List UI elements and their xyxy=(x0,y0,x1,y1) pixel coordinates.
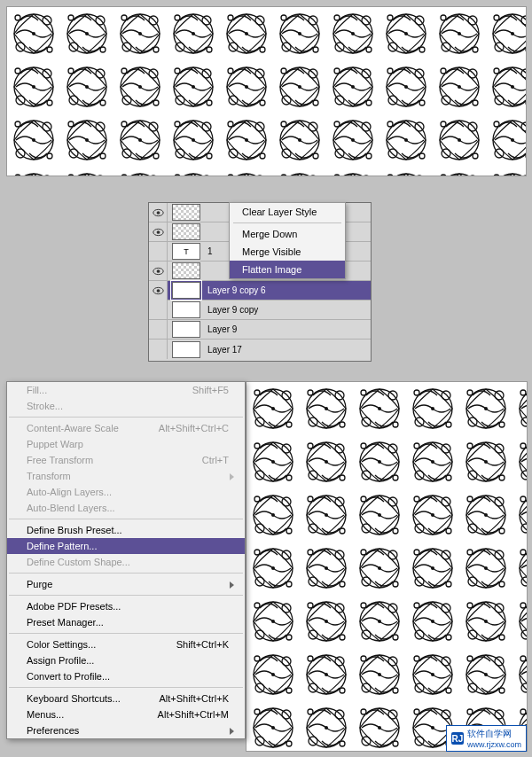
watermark-url: www.rjzxw.com xyxy=(467,740,521,749)
menu-adobe-pdf-presets[interactable]: Adobe PDF Presets... xyxy=(7,598,245,614)
visibility-eye-icon[interactable] xyxy=(149,300,168,320)
menu-color-settings[interactable]: Color Settings...Shift+Ctrl+K xyxy=(7,636,245,652)
svg-point-13 xyxy=(156,269,160,273)
layer-thumbnail xyxy=(172,223,200,240)
layer-thumbnail xyxy=(172,262,200,279)
svg-point-11 xyxy=(156,230,160,234)
menu-separator xyxy=(9,595,243,596)
layer-name: Layer 9 xyxy=(207,324,237,334)
layer-thumbnail: T xyxy=(172,243,200,260)
menu-transform[interactable]: Transform xyxy=(7,468,245,484)
menu-free-transform[interactable]: Free TransformCtrl+T xyxy=(7,452,245,468)
menu-define-brush-preset[interactable]: Define Brush Preset... xyxy=(7,522,245,538)
layer-name: Layer 9 copy xyxy=(207,305,258,315)
menu-flatten-image[interactable]: Flatten Image xyxy=(230,261,345,278)
watermark: RJ 软件自学网 www.rjzxw.com xyxy=(446,725,527,752)
menu-define-pattern[interactable]: Define Pattern... xyxy=(7,538,245,554)
menu-content-aware-scale[interactable]: Content-Aware ScaleAlt+Shift+Ctrl+C xyxy=(7,420,245,436)
layer-context-menu: Clear Layer Style Merge Down Merge Visib… xyxy=(229,202,346,279)
menu-auto-blend-layers[interactable]: Auto-Blend Layers... xyxy=(7,500,245,516)
layer-row-selected[interactable]: Layer 9 copy 6 xyxy=(149,281,371,300)
watermark-text: 软件自学网 xyxy=(467,728,521,740)
pattern-preview-top xyxy=(6,6,527,176)
menu-separator xyxy=(233,222,341,223)
layer-thumbnail xyxy=(172,301,200,318)
menu-merge-visible[interactable]: Merge Visible xyxy=(230,243,345,261)
menu-stroke[interactable]: Stroke... xyxy=(7,398,245,414)
pattern-preview-bottom xyxy=(246,381,528,752)
visibility-eye-icon[interactable] xyxy=(149,203,168,222)
menu-convert-to-profile[interactable]: Convert to Profile... xyxy=(7,668,245,684)
layer-thumbnail xyxy=(172,341,200,358)
layer-name: Layer 9 copy 6 xyxy=(207,285,266,295)
menu-separator xyxy=(9,573,243,574)
visibility-eye-icon[interactable] xyxy=(149,222,168,242)
visibility-eye-icon[interactable] xyxy=(149,281,168,300)
layer-row[interactable]: Layer 9 copy xyxy=(149,300,371,320)
layer-name: Layer 17 xyxy=(207,345,242,355)
layer-row[interactable]: Layer 9 xyxy=(149,320,371,339)
menu-purge[interactable]: Purge xyxy=(7,576,245,592)
menu-merge-down[interactable]: Merge Down xyxy=(230,225,345,243)
svg-point-15 xyxy=(156,289,160,293)
menu-clear-layer-style[interactable]: Clear Layer Style xyxy=(230,203,345,221)
menu-fill[interactable]: Fill...Shift+F5 xyxy=(7,382,245,398)
menu-preset-manager[interactable]: Preset Manager... xyxy=(7,614,245,630)
layer-row[interactable]: Layer 17 xyxy=(149,339,371,359)
visibility-eye-icon[interactable] xyxy=(149,261,168,281)
menu-preferences[interactable]: Preferences xyxy=(7,722,245,738)
svg-point-9 xyxy=(156,211,160,215)
visibility-eye-icon[interactable] xyxy=(149,320,168,339)
visibility-eye-icon[interactable] xyxy=(149,339,168,359)
svg-rect-16 xyxy=(246,382,527,751)
menu-define-custom-shape[interactable]: Define Custom Shape... xyxy=(7,554,245,570)
layer-name: 1 xyxy=(207,246,213,256)
menu-puppet-warp[interactable]: Puppet Warp xyxy=(7,436,245,452)
menu-separator xyxy=(9,687,243,688)
menu-separator xyxy=(9,417,243,418)
menu-assign-profile[interactable]: Assign Profile... xyxy=(7,652,245,668)
menu-auto-align-layers[interactable]: Auto-Align Layers... xyxy=(7,484,245,500)
layer-thumbnail xyxy=(172,282,200,299)
menu-separator xyxy=(9,633,243,634)
layer-thumbnail xyxy=(172,204,200,221)
layer-thumbnail xyxy=(172,321,200,338)
menu-keyboard-shortcuts[interactable]: Keyboard Shortcuts...Alt+Shift+Ctrl+K xyxy=(7,691,245,706)
menu-separator xyxy=(9,519,243,519)
edit-menu: Fill...Shift+F5 Stroke... Content-Aware … xyxy=(6,381,246,739)
svg-rect-7 xyxy=(7,7,526,176)
watermark-logo: RJ xyxy=(451,732,464,745)
menu-menus[interactable]: Menus...Alt+Shift+Ctrl+M xyxy=(7,706,245,722)
visibility-eye-icon[interactable] xyxy=(149,242,168,261)
